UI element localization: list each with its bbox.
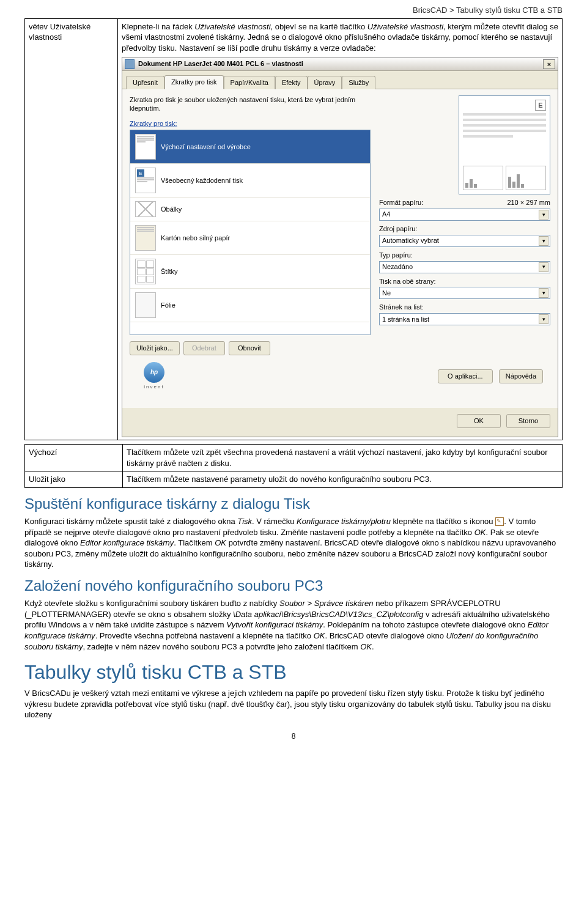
hp-logo: hp invent bbox=[137, 361, 171, 391]
cancel-button[interactable]: Storno bbox=[506, 414, 550, 428]
row2-desc: Tlačítkem můžete vzít zpět všechna prove… bbox=[123, 445, 563, 471]
page-thumb-icon bbox=[135, 134, 156, 160]
dialog-titlebar: Dokument HP LaserJet 400 M401 PCL 6 – vl… bbox=[122, 57, 558, 71]
chevron-down-icon: ▾ bbox=[539, 288, 548, 298]
definition-table-2: Výchozí Tlačítkem můžete vzít zpět všech… bbox=[24, 444, 563, 488]
tab-papir[interactable]: Papír/Kvalita bbox=[224, 76, 275, 89]
chevron-down-icon: ▾ bbox=[539, 236, 548, 246]
page-number: 8 bbox=[24, 731, 563, 741]
cardstock-icon bbox=[135, 225, 156, 251]
ok-button[interactable]: OK bbox=[457, 414, 501, 428]
save-as-button[interactable]: Uložit jako... bbox=[130, 341, 180, 355]
duplex-select[interactable]: Ne ▾ bbox=[379, 287, 550, 299]
list-item[interactable]: Kartón nebo silný papír bbox=[130, 221, 370, 255]
tab-zkratky[interactable]: Zkratky pro tisk bbox=[164, 75, 224, 89]
list-item[interactable]: E Všeobecný každodenní tisk bbox=[130, 164, 370, 198]
chevron-down-icon: ▾ bbox=[539, 262, 548, 272]
heading-spusteni: Spuštění konfigurace tiskárny z dialogu … bbox=[24, 494, 563, 514]
list-item[interactable]: Štítky bbox=[130, 255, 370, 289]
delete-button: Odebrat bbox=[183, 341, 225, 355]
paper-source-select[interactable]: Automaticky vybrat ▾ bbox=[379, 235, 550, 247]
shortcut-hint: Zkratka pro tisk je soubor uložených nas… bbox=[130, 95, 371, 113]
paper-size-select[interactable]: A4 ▾ bbox=[379, 209, 550, 221]
paragraph: V BricsCADu je veškerý vztah mezi entita… bbox=[24, 688, 563, 720]
printer-icon bbox=[125, 59, 135, 69]
transparency-icon bbox=[135, 292, 156, 318]
breadcrumb: BricsCAD > Tabulky stylů tisku CTB a STB bbox=[24, 0, 563, 18]
tab-strip: Upřesnit Zkratky pro tisk Papír/Kvalita … bbox=[122, 71, 558, 89]
reset-button[interactable]: Obnovit bbox=[229, 341, 270, 355]
labels-icon bbox=[135, 259, 156, 284]
chevron-down-icon: ▾ bbox=[539, 314, 548, 324]
row2-term: Výchozí bbox=[25, 445, 123, 471]
paragraph: Když otevřete složku s konfiguračními so… bbox=[24, 598, 563, 652]
row1-desc: Klepnete-li na řádek Uživatelské vlastno… bbox=[118, 18, 563, 440]
close-icon[interactable]: × bbox=[543, 59, 555, 69]
list-item[interactable]: Obálky bbox=[130, 198, 370, 221]
format-row: Formát papíru: 210 × 297 mm bbox=[379, 198, 550, 207]
list-item[interactable]: Fólie bbox=[130, 289, 370, 322]
printer-properties-dialog: Dokument HP LaserJet 400 M401 PCL 6 – vl… bbox=[122, 57, 558, 437]
paper-type-select[interactable]: Nezadáno ▾ bbox=[379, 261, 550, 273]
about-button[interactable]: O aplikaci... bbox=[438, 369, 493, 383]
tab-sluzby[interactable]: Služby bbox=[342, 76, 375, 89]
row3-desc: Tlačítkem můžete nastavené parametry ulo… bbox=[123, 471, 563, 488]
heading-tabulky: Tabulky stylů tisku CTB a STB bbox=[24, 659, 563, 686]
edit-icon bbox=[495, 517, 504, 526]
envelope-icon bbox=[135, 201, 156, 217]
definition-table-1: větev Uživatelské vlastnosti Klepnete-li… bbox=[24, 18, 563, 441]
row1-term: větev Uživatelské vlastnosti bbox=[25, 18, 118, 440]
help-button[interactable]: Nápověda bbox=[499, 369, 543, 383]
list-item[interactable]: Výchozí nastavení od výrobce bbox=[130, 130, 370, 164]
heading-zalozeni: Založení nového konfiguračního souboru P… bbox=[24, 576, 563, 596]
tab-upravy[interactable]: Úpravy bbox=[308, 76, 342, 89]
page-preview: E bbox=[459, 95, 550, 194]
chevron-down-icon: ▾ bbox=[539, 210, 548, 220]
shortcut-listbox[interactable]: Výchozí nastavení od výrobce E Všeobecný… bbox=[130, 130, 371, 335]
listbox-label: Zkratky pro tisk: bbox=[130, 119, 371, 128]
paragraph: Konfiguraci tiskárny můžete spustit také… bbox=[24, 516, 563, 570]
page-thumb-icon: E bbox=[135, 168, 156, 193]
dialog-title: Dokument HP LaserJet 400 M401 PCL 6 – vl… bbox=[138, 59, 543, 68]
tab-upresnit[interactable]: Upřesnit bbox=[126, 76, 164, 89]
pages-per-sheet-select[interactable]: 1 stránka na list ▾ bbox=[379, 313, 550, 325]
tab-efekty[interactable]: Efekty bbox=[275, 76, 308, 89]
row3-term: Uložit jako bbox=[25, 471, 123, 488]
